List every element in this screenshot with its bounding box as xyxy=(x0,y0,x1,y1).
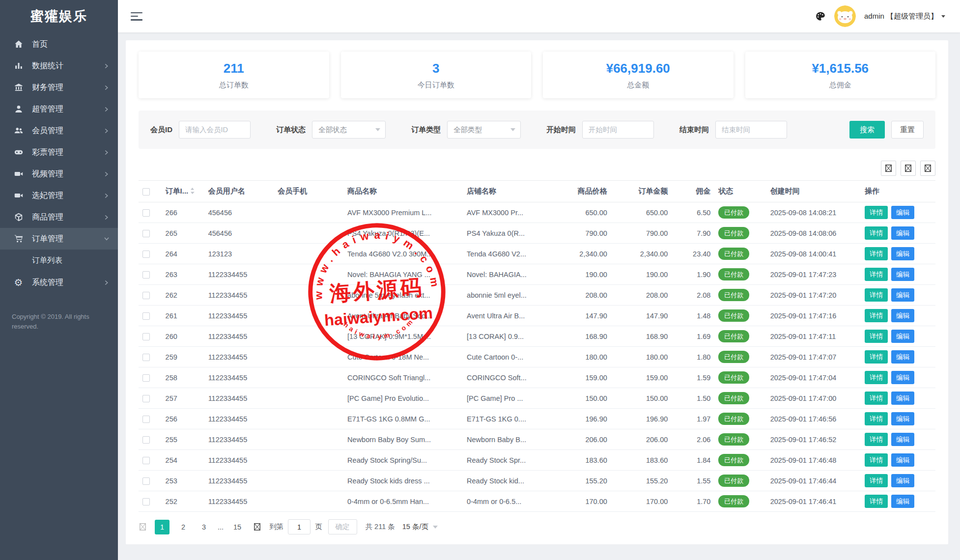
edit-button[interactable]: 编辑 xyxy=(891,288,914,302)
edit-button[interactable]: 编辑 xyxy=(891,371,914,384)
edit-button[interactable]: 编辑 xyxy=(891,474,914,487)
table-row: 2561122334455E71T-GS 1KG 0.8MM G...E71T-… xyxy=(139,409,935,429)
order-status-select[interactable]: 全部状态 xyxy=(312,121,386,139)
edit-button[interactable]: 编辑 xyxy=(891,495,914,508)
table-row: 2591122334455Cute Cartoon 0-18M Ne...Cut… xyxy=(139,347,935,367)
row-checkbox[interactable] xyxy=(142,457,150,464)
sidebar-item-members[interactable]: 会员管理 xyxy=(0,120,118,141)
page-button-1[interactable]: 1 xyxy=(155,520,169,534)
edit-button[interactable]: 编辑 xyxy=(891,350,914,364)
table-body: 266456456AVF MX3000 Premium L...AVF MX30… xyxy=(139,202,935,512)
hamburger-menu-icon[interactable] xyxy=(131,12,142,21)
cell-phone xyxy=(274,429,343,450)
detail-button[interactable]: 详情 xyxy=(865,392,888,405)
edit-button[interactable]: 编辑 xyxy=(891,330,914,343)
column-header-actions: 操作 xyxy=(861,181,935,202)
page-size-select[interactable]: 15 条/页 xyxy=(402,522,438,532)
reset-button[interactable]: 重置 xyxy=(891,121,924,139)
row-checkbox[interactable] xyxy=(142,354,150,361)
edit-button[interactable]: 编辑 xyxy=(891,247,914,260)
jump-page-input[interactable] xyxy=(288,519,311,534)
table-tool-button-1[interactable] xyxy=(881,161,896,176)
stat-card-3: ¥1,615.56总佣金 xyxy=(745,52,936,98)
sidebar-item-concubine[interactable]: 选妃管理 xyxy=(0,185,118,206)
detail-button[interactable]: 详情 xyxy=(865,247,888,260)
sidebar-item-system[interactable]: ⚙系统管理 xyxy=(0,272,118,293)
cell-created: 2025-09-01 17:47:00 xyxy=(766,388,861,409)
detail-button[interactable]: 详情 xyxy=(865,350,888,364)
detail-button[interactable]: 详情 xyxy=(865,495,888,508)
theme-palette-icon[interactable] xyxy=(815,11,826,22)
sort-icon[interactable] xyxy=(190,187,195,196)
detail-button[interactable]: 详情 xyxy=(865,453,888,467)
row-checkbox[interactable] xyxy=(142,395,150,402)
row-checkbox[interactable] xyxy=(142,498,150,505)
status-badge: 已付款 xyxy=(718,371,749,384)
cell-price: 2,340.00 xyxy=(555,244,611,264)
edit-button[interactable]: 编辑 xyxy=(891,392,914,405)
bank-icon xyxy=(13,83,24,93)
select-all-checkbox[interactable] xyxy=(142,188,150,196)
cell-actions: 详情编辑删除 xyxy=(861,285,935,306)
sidebar-item-finance[interactable]: 财务管理 xyxy=(0,77,118,98)
edit-button[interactable]: 编辑 xyxy=(891,206,914,219)
edit-button[interactable]: 编辑 xyxy=(891,309,914,322)
edit-button[interactable]: 编辑 xyxy=(891,433,914,446)
detail-button[interactable]: 详情 xyxy=(865,226,888,240)
admin-dropdown[interactable]: admin 【超级管理员】 xyxy=(864,12,945,21)
detail-button[interactable]: 详情 xyxy=(865,474,888,487)
sidebar-item-order-list[interactable]: 订单列表 xyxy=(0,250,118,272)
sidebar-item-orders[interactable]: 订单管理 xyxy=(0,228,118,250)
table-tool-button-3[interactable] xyxy=(920,161,935,176)
sidebar-item-lottery[interactable]: 彩票管理 xyxy=(0,141,118,163)
row-checkbox[interactable] xyxy=(142,292,150,299)
detail-button[interactable]: 详情 xyxy=(865,309,888,322)
detail-button[interactable]: 详情 xyxy=(865,268,888,281)
page-button-2[interactable]: 2 xyxy=(176,520,190,534)
row-checkbox[interactable] xyxy=(142,312,150,320)
detail-button[interactable]: 详情 xyxy=(865,288,888,302)
detail-button[interactable]: 详情 xyxy=(865,330,888,343)
next-page-button[interactable] xyxy=(253,522,261,532)
page-button-3[interactable]: 3 xyxy=(197,520,211,534)
edit-button[interactable]: 编辑 xyxy=(891,226,914,240)
prev-page-button[interactable] xyxy=(139,522,147,532)
table-row: 2601122334455[13 CORAK] 0.9M*1.5M ...[13… xyxy=(139,326,935,347)
edit-button[interactable]: 编辑 xyxy=(891,453,914,467)
page-button-15[interactable]: 15 xyxy=(230,520,244,534)
start-time-input[interactable] xyxy=(582,121,654,139)
cell-price: 650.00 xyxy=(555,202,611,223)
stat-label: 总订单数 xyxy=(139,81,329,90)
detail-button[interactable]: 详情 xyxy=(865,412,888,425)
member-id-input[interactable] xyxy=(179,121,251,139)
search-button[interactable]: 搜索 xyxy=(849,121,885,139)
row-checkbox[interactable] xyxy=(142,251,150,258)
row-checkbox[interactable] xyxy=(142,209,150,217)
sidebar-item-superadmin[interactable]: 超管管理 xyxy=(0,98,118,120)
sidebar-item-products[interactable]: 商品管理 xyxy=(0,206,118,228)
confirm-button[interactable]: 确定 xyxy=(328,519,357,534)
sidebar-item-video[interactable]: 视频管理 xyxy=(0,163,118,185)
row-checkbox[interactable] xyxy=(142,416,150,423)
edit-button[interactable]: 编辑 xyxy=(891,412,914,425)
row-checkbox[interactable] xyxy=(142,271,150,279)
row-checkbox[interactable] xyxy=(142,374,150,382)
detail-button[interactable]: 详情 xyxy=(865,206,888,219)
detail-button[interactable]: 详情 xyxy=(865,433,888,446)
row-checkbox[interactable] xyxy=(142,477,150,485)
detail-button[interactable]: 详情 xyxy=(865,371,888,384)
order-type-select[interactable]: 全部类型 xyxy=(447,121,521,139)
cell-phone xyxy=(274,409,343,429)
row-checkbox[interactable] xyxy=(142,333,150,340)
sidebar-item-home[interactable]: 首页 xyxy=(0,33,118,55)
row-checkbox[interactable] xyxy=(142,436,150,444)
table-tool-button-2[interactable] xyxy=(901,161,916,176)
cell-product: Avent Ultra Air Baby Soo... xyxy=(343,306,463,326)
row-checkbox[interactable] xyxy=(142,230,150,237)
edit-button[interactable]: 编辑 xyxy=(891,268,914,281)
status-badge: 已付款 xyxy=(718,248,749,260)
end-time-input[interactable] xyxy=(715,121,787,139)
sidebar-item-stats[interactable]: 数据统计 xyxy=(0,55,118,77)
cell-order-id: 256 xyxy=(162,409,204,429)
user-avatar[interactable] xyxy=(834,5,856,27)
